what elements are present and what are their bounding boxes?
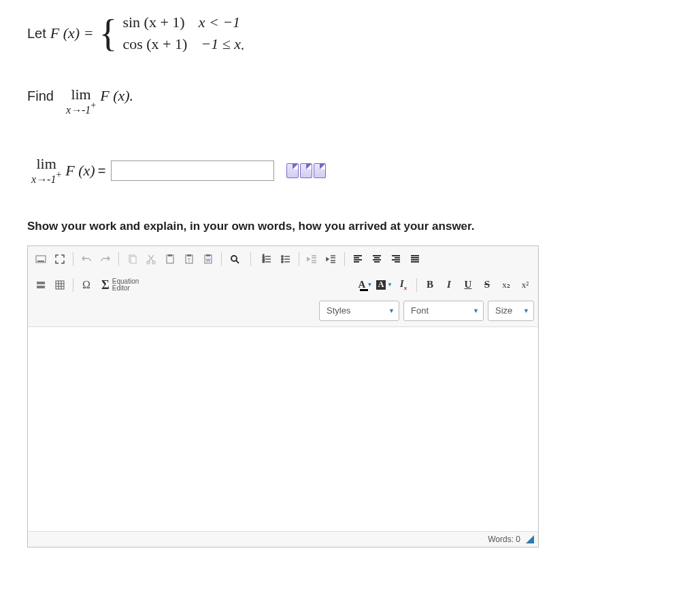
text-color-button[interactable]: A ▼ [356, 276, 374, 294]
paste-icon[interactable] [161, 250, 179, 268]
align-justify-icon[interactable] [406, 250, 424, 268]
hint-icons [286, 163, 326, 178]
align-center-icon[interactable] [368, 250, 386, 268]
toolbar-row-3: Styles▼ Font▼ Size▼ [28, 298, 538, 326]
special-char-icon[interactable]: Ω [78, 276, 95, 294]
outdent-icon[interactable] [303, 250, 321, 268]
underline-button[interactable]: U [459, 276, 477, 294]
search-icon[interactable] [226, 250, 244, 268]
table-icon[interactable] [51, 276, 69, 294]
redo-icon[interactable] [97, 250, 114, 268]
svg-rect-1 [37, 260, 44, 262]
function-lhs: F (x) = [50, 24, 94, 42]
toolbar-row-2: Ω Σ Equation Editor A ▼ A ▼ Ix B I U [28, 272, 538, 298]
maximize-icon[interactable] [51, 250, 69, 268]
piecewise: { sin (x + 1) x < −1 cos (x + 1) −1 ≤ x … [94, 14, 244, 53]
font-dropdown[interactable]: Font▼ [403, 301, 484, 321]
word-count: Words: 0 [488, 535, 520, 544]
answer-row: lim x→-1+ F (x) = [27, 156, 673, 185]
piece1-expr: sin (x + 1) [122, 14, 184, 31]
svg-point-19 [282, 258, 283, 259]
hr-icon[interactable] [32, 276, 50, 294]
paste-word-icon[interactable]: W [199, 250, 217, 268]
svg-text:W: W [206, 258, 211, 263]
editor-content[interactable] [28, 326, 538, 531]
period: . [241, 37, 244, 53]
question-definition: Let F (x) = { sin (x + 1) x < −1 cos (x … [27, 14, 673, 53]
cut-icon[interactable] [142, 250, 160, 268]
svg-point-14 [231, 256, 237, 261]
piece2-cond: −1 ≤ x [201, 35, 241, 53]
svg-rect-7 [168, 254, 172, 256]
svg-rect-12 [206, 254, 210, 256]
svg-text:3: 3 [263, 259, 265, 263]
svg-rect-9 [187, 254, 191, 256]
rich-text-editor: T W 123 Ω Σ Equation Editor A [27, 246, 539, 548]
hint-icon-2[interactable] [300, 163, 312, 178]
equals: = [98, 163, 106, 179]
toolbar-row-1: T W 123 [28, 246, 538, 272]
svg-rect-21 [56, 281, 64, 289]
bold-button[interactable]: B [421, 276, 439, 294]
align-right-icon[interactable] [387, 250, 405, 268]
source-icon[interactable] [32, 250, 50, 268]
styles-dropdown[interactable]: Styles▼ [319, 301, 399, 321]
chevron-down-icon: ▼ [388, 307, 395, 314]
let-label: Let [27, 26, 46, 41]
subscript-button[interactable]: x₂ [497, 276, 515, 294]
svg-text:T: T [188, 258, 191, 263]
editor-footer: Words: 0 [28, 531, 538, 547]
find-row: Find lim x→-1+ F (x). [27, 87, 673, 116]
paste-text-icon[interactable]: T [180, 250, 198, 268]
equation-editor-button[interactable]: Σ Equation Editor [97, 276, 144, 294]
indent-icon[interactable] [322, 250, 340, 268]
chevron-down-icon: ▼ [523, 307, 529, 314]
svg-point-18 [282, 255, 283, 256]
undo-icon[interactable] [78, 250, 95, 268]
bg-color-button[interactable]: A ▼ [376, 276, 393, 294]
bullet-list-icon[interactable] [277, 250, 295, 268]
svg-point-4 [147, 261, 150, 264]
show-work-label: Show your work and explain, in your own … [27, 220, 673, 233]
limit-notation-answer: lim x→-1+ [31, 156, 61, 185]
svg-rect-3 [131, 256, 136, 263]
remove-format-button[interactable]: Ix [395, 276, 412, 294]
hint-icon-3[interactable] [314, 163, 326, 178]
svg-point-5 [152, 261, 155, 264]
fx-expr: F (x). [100, 87, 133, 105]
italic-button[interactable]: I [440, 276, 458, 294]
strike-button[interactable]: S [478, 276, 496, 294]
size-dropdown[interactable]: Size▼ [488, 301, 534, 321]
hint-icon-1[interactable] [286, 163, 299, 178]
align-left-icon[interactable] [349, 250, 367, 268]
find-label: Find [27, 88, 54, 104]
limit-notation: lim x→-1+ [66, 87, 96, 116]
piece1-cond: x < −1 [199, 14, 240, 31]
copy-icon[interactable] [123, 250, 141, 268]
resize-handle-icon[interactable] [526, 535, 534, 543]
fx-answer: F (x) [65, 162, 95, 180]
answer-input[interactable] [111, 161, 274, 181]
numbered-list-icon[interactable]: 123 [258, 250, 276, 268]
superscript-button[interactable]: x² [516, 276, 534, 294]
svg-point-20 [282, 260, 283, 262]
piece2-expr: cos (x + 1) [122, 35, 187, 53]
brace-icon: { [99, 14, 118, 52]
chevron-down-icon: ▼ [473, 307, 479, 314]
